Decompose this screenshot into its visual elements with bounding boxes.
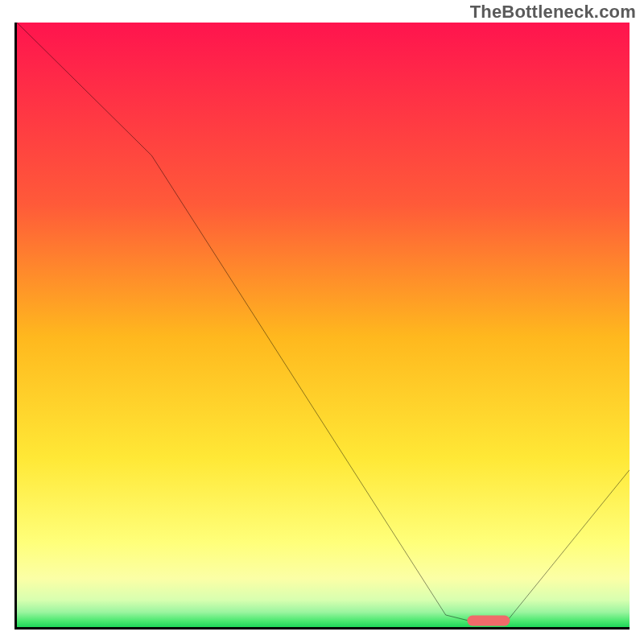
plot-area — [14, 23, 630, 630]
optimal-range-marker — [467, 616, 510, 626]
chart-container: TheBottleneck.com — [0, 0, 644, 644]
bottleneck-curve — [17, 23, 630, 627]
watermark-text: TheBottleneck.com — [470, 2, 636, 23]
